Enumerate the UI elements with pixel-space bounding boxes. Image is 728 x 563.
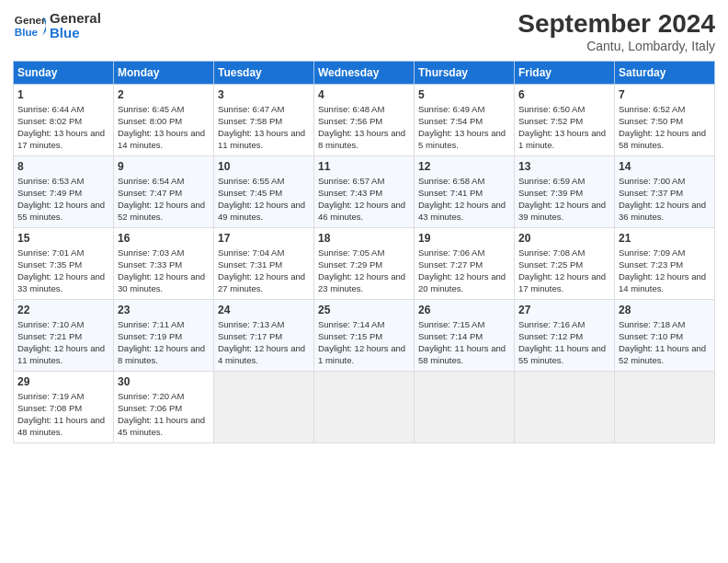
daylight: Daylight: 12 hours and 30 minutes. (118, 271, 205, 293)
header-friday: Friday (515, 62, 615, 85)
logo-general-text: General (50, 11, 101, 27)
day-number: 8 (17, 159, 109, 174)
table-row: 19Sunrise: 7:06 AMSunset: 7:27 PMDayligh… (415, 228, 515, 300)
sunset: Sunset: 7:29 PM (318, 259, 382, 270)
sunrise: Sunrise: 7:14 AM (318, 319, 384, 329)
sunset: Sunset: 7:50 PM (619, 116, 683, 126)
calendar-week-row: 29Sunrise: 7:19 AMSunset: 7:08 PMDayligh… (14, 372, 715, 443)
table-row (615, 372, 715, 443)
day-number: 19 (418, 231, 510, 246)
table-row: 16Sunrise: 7:03 AMSunset: 7:33 PMDayligh… (114, 228, 214, 300)
daylight: Daylight: 12 hours and 23 minutes. (318, 271, 405, 293)
sunset: Sunset: 7:49 PM (17, 188, 82, 198)
page-header: General Blue General Blue September 2024… (13, 9, 715, 53)
daylight: Daylight: 12 hours and 27 minutes. (218, 271, 305, 293)
day-number: 23 (118, 303, 210, 317)
day-number: 27 (518, 303, 610, 317)
table-row: 1Sunrise: 6:44 AMSunset: 8:02 PMDaylight… (14, 85, 114, 156)
sunset: Sunset: 7:43 PM (318, 188, 382, 198)
month-title: September 2024 (518, 9, 715, 39)
day-number: 13 (518, 159, 610, 174)
daylight: Daylight: 11 hours and 58 minutes. (418, 343, 506, 365)
table-row: 5Sunrise: 6:49 AMSunset: 7:54 PMDaylight… (415, 85, 515, 156)
sunrise: Sunrise: 6:47 AM (218, 104, 284, 114)
table-row: 30Sunrise: 7:20 AMSunset: 7:06 PMDayligh… (114, 372, 214, 443)
sunset: Sunset: 7:15 PM (318, 331, 382, 341)
sunset: Sunset: 7:27 PM (418, 259, 483, 270)
table-row: 3Sunrise: 6:47 AMSunset: 7:58 PMDaylight… (214, 85, 314, 156)
day-number: 16 (118, 231, 210, 246)
table-row (415, 372, 515, 443)
day-number: 30 (118, 374, 210, 389)
calendar-week-row: 15Sunrise: 7:01 AMSunset: 7:35 PMDayligh… (14, 228, 715, 300)
calendar-week-row: 22Sunrise: 7:10 AMSunset: 7:21 PMDayligh… (14, 300, 715, 372)
day-number: 3 (218, 87, 310, 102)
daylight: Daylight: 13 hours and 11 minutes. (218, 128, 305, 150)
daylight: Daylight: 12 hours and 39 minutes. (518, 200, 606, 222)
daylight: Daylight: 11 hours and 52 minutes. (619, 343, 706, 365)
day-number: 26 (418, 303, 510, 317)
day-number: 22 (17, 303, 109, 317)
sunset: Sunset: 7:17 PM (218, 331, 282, 341)
table-row: 20Sunrise: 7:08 AMSunset: 7:25 PMDayligh… (515, 228, 615, 300)
header-tuesday: Tuesday (214, 62, 314, 85)
sunrise: Sunrise: 6:57 AM (318, 176, 384, 186)
sunset: Sunset: 7:14 PM (418, 331, 483, 341)
sunrise: Sunrise: 6:55 AM (218, 176, 284, 186)
day-number: 20 (518, 231, 610, 246)
sunrise: Sunrise: 6:52 AM (619, 104, 685, 114)
sunrise: Sunrise: 6:49 AM (418, 104, 484, 114)
calendar-week-row: 8Sunrise: 6:53 AMSunset: 7:49 PMDaylight… (14, 156, 715, 228)
table-row: 13Sunrise: 6:59 AMSunset: 7:39 PMDayligh… (515, 156, 615, 228)
sunrise: Sunrise: 6:53 AM (17, 176, 84, 186)
table-row (314, 372, 415, 443)
sunrise: Sunrise: 7:19 AM (17, 391, 84, 401)
sunset: Sunset: 7:56 PM (318, 116, 382, 126)
sunrise: Sunrise: 7:11 AM (118, 319, 184, 329)
table-row: 22Sunrise: 7:10 AMSunset: 7:21 PMDayligh… (14, 300, 114, 372)
daylight: Daylight: 12 hours and 36 minutes. (619, 200, 706, 222)
header-sunday: Sunday (14, 62, 114, 85)
daylight: Daylight: 12 hours and 43 minutes. (418, 200, 506, 222)
daylight: Daylight: 12 hours and 14 minutes. (619, 271, 706, 293)
daylight: Daylight: 12 hours and 1 minute. (318, 343, 405, 365)
location: Cantu, Lombardy, Italy (518, 39, 715, 53)
day-number: 14 (619, 159, 711, 174)
sunset: Sunset: 7:25 PM (518, 259, 583, 270)
table-row: 17Sunrise: 7:04 AMSunset: 7:31 PMDayligh… (214, 228, 314, 300)
day-number: 17 (218, 231, 310, 246)
daylight: Daylight: 12 hours and 11 minutes. (17, 343, 105, 365)
daylight: Daylight: 12 hours and 17 minutes. (518, 271, 606, 293)
table-row: 8Sunrise: 6:53 AMSunset: 7:49 PMDaylight… (14, 156, 114, 228)
calendar-table: Sunday Monday Tuesday Wednesday Thursday… (13, 61, 715, 443)
sunrise: Sunrise: 7:13 AM (218, 319, 284, 329)
page-container: General Blue General Blue September 2024… (0, 0, 728, 453)
sunset: Sunset: 7:08 PM (17, 403, 82, 413)
daylight: Daylight: 13 hours and 17 minutes. (17, 128, 105, 150)
sunrise: Sunrise: 7:10 AM (17, 319, 84, 329)
daylight: Daylight: 12 hours and 8 minutes. (118, 343, 205, 365)
daylight: Daylight: 12 hours and 46 minutes. (318, 200, 405, 222)
calendar-week-row: 1Sunrise: 6:44 AMSunset: 8:02 PMDaylight… (14, 85, 715, 156)
daylight: Daylight: 13 hours and 1 minute. (518, 128, 606, 150)
daylight: Daylight: 12 hours and 20 minutes. (418, 271, 506, 293)
table-row: 4Sunrise: 6:48 AMSunset: 7:56 PMDaylight… (314, 85, 415, 156)
sunrise: Sunrise: 6:54 AM (118, 176, 184, 186)
logo-icon: General Blue (13, 9, 46, 42)
sunrise: Sunrise: 6:59 AM (518, 176, 585, 186)
table-row: 29Sunrise: 7:19 AMSunset: 7:08 PMDayligh… (14, 372, 114, 443)
daylight: Daylight: 11 hours and 48 minutes. (17, 415, 105, 437)
sunset: Sunset: 7:21 PM (17, 331, 82, 341)
svg-text:General: General (15, 14, 46, 26)
day-number: 28 (619, 303, 711, 317)
day-number: 12 (418, 159, 510, 174)
sunrise: Sunrise: 6:44 AM (17, 104, 84, 114)
sunset: Sunset: 7:47 PM (118, 188, 182, 198)
daylight: Daylight: 13 hours and 5 minutes. (418, 128, 506, 150)
day-number: 21 (619, 231, 711, 246)
sunset: Sunset: 8:02 PM (17, 116, 82, 126)
table-row: 12Sunrise: 6:58 AMSunset: 7:41 PMDayligh… (415, 156, 515, 228)
sunset: Sunset: 7:52 PM (518, 116, 583, 126)
title-block: September 2024 Cantu, Lombardy, Italy (518, 9, 715, 53)
table-row: 10Sunrise: 6:55 AMSunset: 7:45 PMDayligh… (214, 156, 314, 228)
